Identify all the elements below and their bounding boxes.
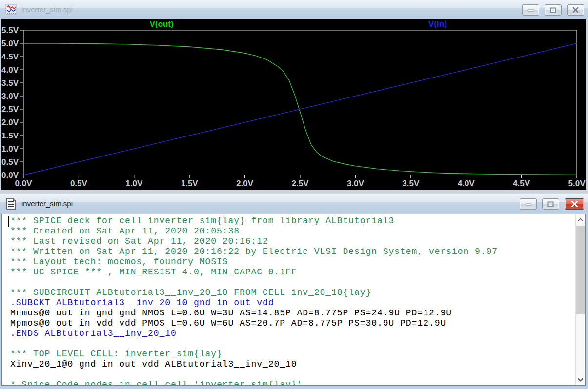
svg-text:1.0V: 1.0V — [1, 144, 19, 154]
minimize-button[interactable] — [520, 198, 537, 210]
waveform-window: inverter_sim.spi 5.5V5.0V4.5V4.0V3.5V3.0… — [0, 0, 588, 193]
svg-text:V(out): V(out) — [149, 19, 173, 29]
close-button[interactable] — [567, 4, 584, 16]
code-line: .ENDS ALBtutorial3__inv_20_10 — [10, 329, 575, 339]
code-line: *** TOP LEVEL CELL: inverter_sim{lay} — [10, 349, 575, 359]
code-line: *** Created on Sat Apr 11, 2020 20:05:38 — [10, 226, 575, 236]
svg-text:1.5V: 1.5V — [181, 179, 199, 188]
waveform-chart: 5.5V5.0V4.5V4.0V3.5V3.0V2.5V2.0V1.5V1.0V… — [0, 19, 588, 190]
waveform-plot-area[interactable]: 5.5V5.0V4.5V4.0V3.5V3.0V2.5V2.0V1.5V1.0V… — [0, 19, 588, 190]
spice-text-area[interactable]: *** SPICE deck for cell inverter_sim{lay… — [1, 214, 586, 386]
waveform-window-controls — [522, 4, 584, 16]
waveform-window-title: inverter_sim.spi — [21, 5, 73, 14]
code-line: *** SPICE deck for cell inverter_sim{lay… — [10, 216, 575, 226]
svg-text:3.5V: 3.5V — [402, 179, 420, 188]
svg-text:3.0V: 3.0V — [1, 92, 19, 101]
svg-text:1.5V: 1.5V — [1, 131, 19, 140]
svg-text:2.0V: 2.0V — [1, 118, 19, 127]
editor-scrollbar[interactable] — [575, 214, 585, 385]
svg-text:0.0V: 0.0V — [15, 179, 33, 188]
code-line: Xinv_20_1@0 gnd in out vdd ALBtutorial3_… — [10, 359, 575, 370]
code-line: .SUBCKT ALBtutorial3__inv_20_10 gnd in o… — [10, 298, 575, 308]
svg-text:0.5V: 0.5V — [1, 157, 19, 167]
svg-text:4.0V: 4.0V — [1, 65, 19, 75]
svg-text:4.5V: 4.5V — [513, 179, 530, 188]
close-button[interactable] — [565, 198, 584, 210]
waveform-titlebar[interactable]: inverter_sim.spi — [0, 0, 588, 19]
code-line: Mpmos@0 out in vdd vdd PMOS L=0.6U W=6U … — [10, 318, 575, 329]
editor-window-controls — [520, 198, 584, 210]
waveform-window-bottom-border — [0, 190, 588, 193]
svg-text:3.0V: 3.0V — [347, 179, 365, 188]
editor-window-title: inverter_sim.spi — [21, 199, 73, 208]
code-line — [10, 339, 575, 349]
editor-titlebar[interactable]: inverter_sim.spi — [0, 194, 588, 213]
svg-text:1.0V: 1.0V — [125, 179, 143, 188]
code-pane: *** SPICE deck for cell inverter_sim{lay… — [2, 214, 575, 385]
code-line: Mnmos@0 out in gnd gnd NMOS L=0.6U W=3U … — [10, 308, 575, 318]
svg-text:4.5V: 4.5V — [1, 52, 19, 61]
svg-text:5.5V: 5.5V — [1, 26, 19, 35]
svg-text:5.0V: 5.0V — [568, 179, 586, 188]
svg-text:0.5V: 0.5V — [70, 179, 88, 188]
svg-text:2.0V: 2.0V — [236, 179, 254, 188]
svg-text:V(in): V(in) — [428, 19, 447, 29]
scrollbar-thumb[interactable] — [576, 226, 585, 314]
code-line: * Spice Code nodes in cell cell 'inverte… — [10, 380, 575, 385]
code-line: *** Written on Sat Apr 11, 2020 20:16:22… — [10, 247, 575, 257]
editor-frame: *** SPICE deck for cell inverter_sim{lay… — [0, 213, 588, 389]
scrollbar-up-arrow-icon[interactable] — [576, 215, 585, 224]
spice-editor-window: inverter_sim.spi *** SPICE deck for cell… — [0, 194, 588, 389]
code-line: *** Layout tech: mocmos, foundry MOSIS — [10, 257, 575, 267]
svg-text:5.0V: 5.0V — [1, 39, 19, 48]
code-line — [10, 277, 575, 288]
svg-text:2.5V: 2.5V — [292, 179, 309, 188]
maximize-button[interactable] — [542, 198, 559, 210]
minimize-button[interactable] — [522, 4, 539, 16]
code-line: *** UC SPICE *** , MIN_RESIST 4.0, MIN_C… — [10, 267, 575, 277]
maximize-button[interactable] — [545, 4, 562, 16]
svg-text:3.5V: 3.5V — [1, 78, 19, 88]
plot-left-border — [0, 19, 1, 190]
document-icon — [5, 197, 17, 209]
code-line: *** SUBCIRCUIT ALBtutorial3__inv_20_10 F… — [10, 288, 575, 298]
code-line: *** Last revised on Sat Apr 11, 2020 20:… — [10, 236, 575, 247]
scrollbar-down-arrow-icon[interactable] — [576, 375, 585, 384]
code-line — [10, 370, 575, 380]
text-cursor — [8, 216, 9, 227]
svg-text:4.0V: 4.0V — [458, 179, 475, 188]
waveform-plot-icon — [5, 3, 17, 15]
svg-text:2.5V: 2.5V — [1, 105, 19, 114]
plot-right-border — [586, 19, 588, 190]
